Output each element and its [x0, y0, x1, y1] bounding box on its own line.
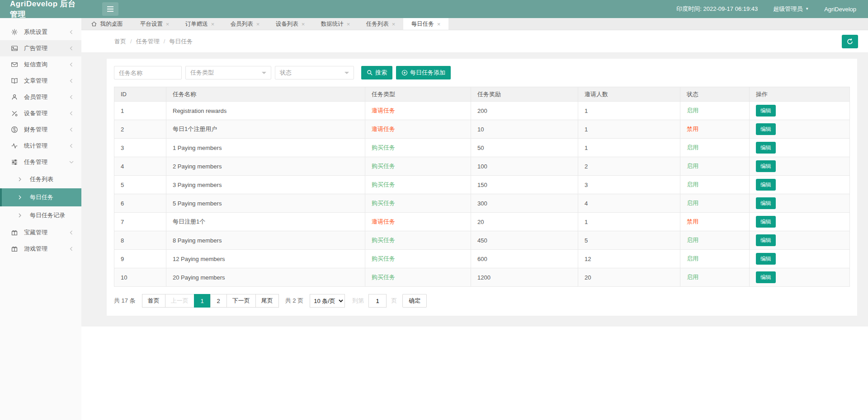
cell-reward: 600	[471, 250, 578, 268]
goto-page-input[interactable]	[368, 294, 387, 308]
table-row: 1020 Paying members购买任务120020启用编辑	[114, 268, 850, 287]
goto-page-label: 到第	[352, 297, 364, 305]
per-page-select[interactable]: 10 条/页	[310, 294, 345, 308]
edit-button[interactable]: 编辑	[756, 271, 776, 283]
sidebar-item-treasure[interactable]: 宝藏管理	[0, 224, 81, 241]
cell-status: 启用	[680, 102, 750, 120]
cell-invites: 1	[578, 139, 680, 157]
sidebar-subitem-daily-task[interactable]: 每日任务	[0, 188, 81, 206]
edit-button[interactable]: 编辑	[756, 216, 776, 228]
tab-device-list[interactable]: 设备列表×	[268, 18, 313, 30]
sidebar-subitem-daily-task-log[interactable]: 每日任务记录	[0, 206, 81, 224]
close-icon[interactable]: ×	[211, 21, 215, 27]
task-name-input[interactable]	[114, 66, 182, 79]
table-body: 1Registration rewards邀请任务2001启用编辑2每日1个注册…	[114, 102, 850, 287]
tab-member-list[interactable]: 会员列表×	[222, 18, 268, 30]
cell-task-type: 购买任务	[365, 268, 471, 287]
cell-id: 9	[114, 250, 166, 268]
content-card: 任务类型 状态 搜索	[107, 59, 857, 316]
tab-order-gift[interactable]: 订单赠送×	[177, 18, 222, 30]
cell-task-name: 8 Paying members	[166, 231, 365, 250]
sidebar-item-devices[interactable]: 设备管理	[0, 105, 81, 121]
pagination: 共 17 条 首页 上一页 12 下一页 尾页 共 2 页 10 条/页 到第 …	[114, 294, 850, 308]
sidebar-item-finance[interactable]: 财务管理	[0, 121, 81, 138]
status-select-value: 状态	[280, 69, 292, 77]
status-text: 启用	[687, 255, 698, 262]
cell-task-type: 购买任务	[365, 194, 471, 213]
edit-button[interactable]: 编辑	[756, 234, 776, 246]
sidebar-item-tasks[interactable]: 任务管理	[0, 154, 81, 170]
cell-actions: 编辑	[750, 157, 850, 176]
close-icon[interactable]: ×	[392, 21, 396, 27]
status-text: 启用	[687, 200, 698, 206]
close-icon[interactable]: ×	[347, 21, 350, 27]
edit-button[interactable]: 编辑	[756, 253, 776, 265]
cell-task-type: 购买任务	[365, 157, 471, 176]
tools-icon	[11, 110, 18, 117]
cell-task-name: 5 Paying members	[166, 194, 365, 213]
tab-desktop[interactable]: 我的桌面	[81, 18, 132, 30]
cell-invites: 3	[578, 176, 680, 194]
tab-data-stats[interactable]: 数据统计×	[313, 18, 358, 30]
close-icon[interactable]: ×	[437, 21, 441, 27]
status-select[interactable]: 状态	[275, 66, 354, 79]
cell-task-type: 邀请任务	[365, 102, 471, 120]
close-icon[interactable]: ×	[302, 21, 305, 27]
page-number-button[interactable]: 1	[194, 294, 211, 308]
sidebar-item-ads[interactable]: 广告管理	[0, 40, 81, 56]
edit-button[interactable]: 编辑	[756, 197, 776, 209]
next-page-button[interactable]: 下一页	[226, 294, 256, 308]
search-button[interactable]: 搜索	[361, 66, 392, 79]
refresh-button[interactable]	[842, 35, 858, 48]
cell-id: 2	[114, 120, 166, 139]
add-daily-task-label: 每日任务添加	[410, 69, 445, 77]
cell-id: 5	[114, 176, 166, 194]
task-type-select[interactable]: 任务类型	[185, 66, 271, 79]
sidebar-toggle-button[interactable]	[102, 2, 118, 16]
user-role-dropdown[interactable]: 超级管理员 ▼	[773, 5, 809, 13]
breadcrumb-section[interactable]: 任务管理	[136, 37, 160, 46]
sidebar-item-games[interactable]: 游戏管理	[0, 241, 81, 257]
confirm-button[interactable]: 确定	[402, 294, 427, 308]
tab-platform-settings[interactable]: 平台设置×	[132, 18, 177, 30]
task-type-text: 购买任务	[372, 237, 395, 243]
sidebar-item-label: 游戏管理	[24, 245, 68, 253]
cell-task-name: 20 Paying members	[166, 268, 365, 287]
tab-task-list[interactable]: 任务列表×	[358, 18, 403, 30]
chevron-right-icon	[16, 176, 24, 183]
sidebar-item-articles[interactable]: 文章管理	[0, 73, 81, 89]
page-count-label: 共 2 页	[285, 297, 303, 305]
edit-button[interactable]: 编辑	[756, 160, 776, 172]
sidebar-item-sms[interactable]: 短信查询	[0, 56, 81, 73]
chevron-left-icon	[68, 245, 75, 252]
cell-task-type: 邀请任务	[365, 213, 471, 231]
prev-page-button[interactable]: 上一页	[165, 294, 194, 308]
cell-invites: 20	[578, 268, 680, 287]
tab-daily-task[interactable]: 每日任务×	[403, 18, 448, 30]
status-text: 启用	[687, 274, 698, 280]
task-type-text: 购买任务	[372, 200, 395, 206]
chevron-down-icon	[344, 72, 349, 76]
sidebar-item-stats[interactable]: 统计管理	[0, 138, 81, 154]
mail-icon	[11, 61, 18, 68]
cell-task-type: 邀请任务	[365, 120, 471, 139]
cell-reward: 10	[471, 120, 578, 139]
sidebar-item-label: 文章管理	[24, 77, 68, 85]
edit-button[interactable]: 编辑	[756, 123, 776, 135]
breadcrumb-current: 每日任务	[169, 37, 193, 46]
add-daily-task-button[interactable]: 每日任务添加	[396, 66, 451, 79]
chevron-down-icon	[68, 159, 75, 166]
breadcrumb-home[interactable]: 首页	[114, 37, 126, 46]
edit-button[interactable]: 编辑	[756, 142, 776, 154]
close-icon[interactable]: ×	[256, 21, 260, 27]
edit-button[interactable]: 编辑	[756, 105, 776, 117]
edit-button[interactable]: 编辑	[756, 179, 776, 191]
close-icon[interactable]: ×	[166, 21, 170, 27]
page-number-button[interactable]: 2	[210, 294, 227, 308]
sidebar-item-members[interactable]: 会员管理	[0, 89, 81, 105]
task-type-text: 购买任务	[372, 144, 395, 151]
first-page-button[interactable]: 首页	[142, 294, 165, 308]
last-page-button[interactable]: 尾页	[255, 294, 279, 308]
sidebar-subitem-task-list[interactable]: 任务列表	[0, 170, 81, 188]
sidebar-item-system[interactable]: 系统设置	[0, 24, 81, 40]
